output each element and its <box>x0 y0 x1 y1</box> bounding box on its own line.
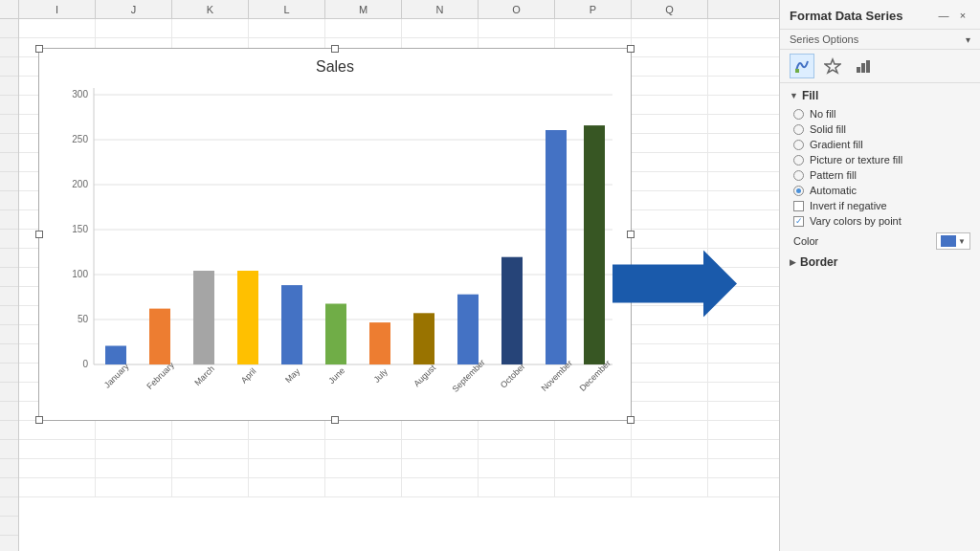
automatic-option[interactable]: Automatic <box>790 185 970 196</box>
grid-cell[interactable] <box>555 19 632 37</box>
bar-november[interactable] <box>546 130 567 364</box>
no-fill-option[interactable]: No fill <box>790 108 970 120</box>
chart[interactable]: Sales 300 250 200 150 100 5 <box>38 48 632 421</box>
grid-cell[interactable] <box>19 421 96 439</box>
grid-cell[interactable] <box>19 478 96 496</box>
effects-icon-button[interactable] <box>820 54 845 78</box>
pattern-fill-option[interactable]: Pattern fill <box>790 169 970 181</box>
grid-cell[interactable] <box>19 19 96 37</box>
grid-cell[interactable] <box>249 421 325 439</box>
grid-cell[interactable] <box>402 19 479 37</box>
vary-colors-checkbox[interactable] <box>793 216 804 227</box>
bar-april[interactable] <box>237 271 258 364</box>
grid-cell[interactable] <box>632 459 708 477</box>
invert-negative-option[interactable]: Invert if negative <box>790 200 970 211</box>
grid-cell[interactable] <box>249 478 325 496</box>
grid-cell[interactable] <box>632 344 708 363</box>
grid-cell[interactable] <box>479 459 555 477</box>
grid-cell[interactable] <box>172 459 249 477</box>
gradient-fill-option[interactable]: Gradient fill <box>790 139 970 150</box>
grid-cell[interactable] <box>479 421 555 439</box>
resize-handle-tr[interactable] <box>627 45 635 53</box>
grid-cell[interactable] <box>402 459 479 477</box>
grid-cell[interactable] <box>555 440 632 458</box>
bar-september[interactable] <box>457 295 479 364</box>
grid-cell[interactable] <box>402 478 479 496</box>
gradient-fill-radio[interactable] <box>793 140 804 150</box>
resize-handle-ml[interactable] <box>35 231 43 238</box>
bar-june[interactable] <box>325 304 346 365</box>
grid-cell[interactable] <box>325 19 402 37</box>
grid-cell[interactable] <box>172 19 249 37</box>
grid-cell[interactable] <box>555 421 632 439</box>
solid-fill-option[interactable]: Solid fill <box>790 123 970 135</box>
grid-cell[interactable] <box>632 364 708 382</box>
no-fill-radio[interactable] <box>793 109 804 120</box>
grid-cell[interactable] <box>402 440 479 458</box>
vary-colors-option[interactable]: Vary colors by point <box>790 215 970 227</box>
grid-cell[interactable] <box>632 57 708 76</box>
resize-handle-tl[interactable] <box>35 45 43 53</box>
grid-cell[interactable] <box>479 19 555 37</box>
resize-handle-br[interactable] <box>627 416 635 424</box>
color-picker-button[interactable]: ▼ <box>936 232 970 250</box>
grid-cell[interactable] <box>632 402 708 420</box>
grid-cell[interactable] <box>632 96 708 114</box>
grid-cell[interactable] <box>325 459 402 477</box>
bar-march[interactable] <box>193 271 214 364</box>
solid-fill-radio[interactable] <box>793 124 804 135</box>
bar-october[interactable] <box>501 257 523 364</box>
grid-cell[interactable] <box>249 459 325 477</box>
grid-cell[interactable] <box>555 459 632 477</box>
grid-cell[interactable] <box>632 38 708 56</box>
grid-cell[interactable] <box>632 325 708 343</box>
pattern-fill-radio[interactable] <box>793 170 804 181</box>
grid-cell[interactable] <box>96 459 172 477</box>
grid-cell[interactable] <box>325 440 402 458</box>
grid-cell[interactable] <box>632 440 708 458</box>
bar-may[interactable] <box>281 285 302 364</box>
grid-cell[interactable] <box>249 440 325 458</box>
grid-cell[interactable] <box>632 383 708 401</box>
grid-cell[interactable] <box>96 421 172 439</box>
border-section-header[interactable]: ▶ Border <box>790 255 970 269</box>
invert-negative-checkbox[interactable] <box>793 201 804 211</box>
grid-cell[interactable] <box>632 172 708 190</box>
resize-handle-bc[interactable] <box>331 416 339 424</box>
bar-july[interactable] <box>369 322 390 364</box>
grid-cell[interactable] <box>479 440 555 458</box>
grid-cell[interactable] <box>19 440 96 458</box>
grid-cell[interactable] <box>555 478 632 496</box>
grid-cell[interactable] <box>632 210 708 229</box>
grid-cell[interactable] <box>632 230 708 248</box>
grid-cell[interactable] <box>632 134 708 152</box>
series-options-dropdown-arrow[interactable]: ▾ <box>966 34 970 45</box>
grid-cell[interactable] <box>632 478 708 496</box>
fill-line-icon-button[interactable] <box>790 54 814 78</box>
grid-cell[interactable] <box>96 440 172 458</box>
grid-cell[interactable] <box>479 478 555 496</box>
fill-section-header[interactable]: ▼ Fill <box>790 89 970 102</box>
grid-cell[interactable] <box>402 421 479 439</box>
grid-cell[interactable] <box>96 478 172 496</box>
grid-cell[interactable] <box>172 440 249 458</box>
close-panel-button[interactable]: × <box>955 8 970 23</box>
color-dropdown-arrow[interactable]: ▼ <box>958 237 966 246</box>
bar-august[interactable] <box>413 313 434 364</box>
resize-handle-tc[interactable] <box>331 45 339 53</box>
grid-cell[interactable] <box>632 153 708 171</box>
grid-cell[interactable] <box>632 115 708 133</box>
bar-december[interactable] <box>584 125 605 364</box>
resize-handle-mr[interactable] <box>627 231 635 238</box>
grid-cell[interactable] <box>632 191 708 209</box>
grid-cell[interactable] <box>96 19 172 37</box>
grid-cell[interactable] <box>19 459 96 477</box>
series-options-icon-button[interactable] <box>851 54 876 78</box>
grid-cell[interactable] <box>249 19 325 37</box>
automatic-radio[interactable] <box>793 186 804 196</box>
grid-cell[interactable] <box>172 421 249 439</box>
grid-cell[interactable] <box>632 19 708 37</box>
grid-cell[interactable] <box>632 421 708 439</box>
picture-fill-option[interactable]: Picture or texture fill <box>790 154 970 165</box>
picture-fill-radio[interactable] <box>793 155 804 165</box>
